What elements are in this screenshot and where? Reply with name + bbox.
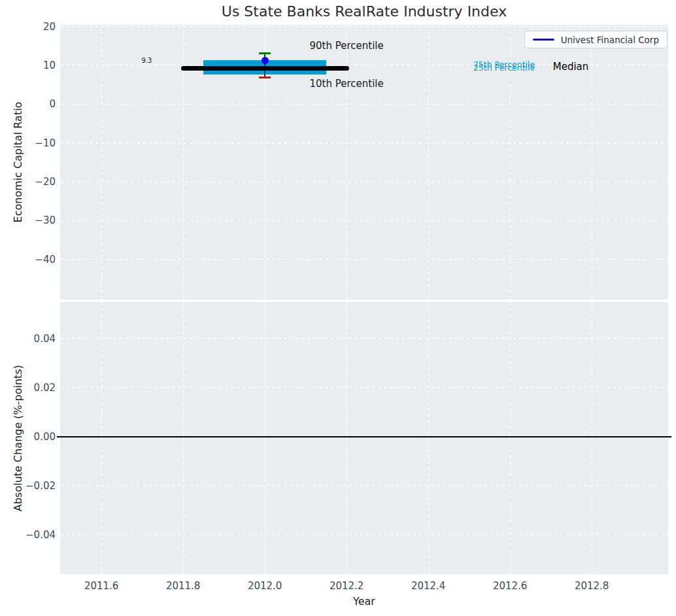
x-axis-label: Year (60, 595, 668, 607)
x-tick-label: 2011.6 (84, 580, 119, 592)
company-data-point (262, 57, 269, 64)
y-axis-label-top: Economic Capital Ratio (12, 102, 24, 223)
x-tick-label: 2012.0 (248, 580, 282, 592)
y-tick-label: 10 (0, 60, 56, 71)
y-tick-label: 0 (0, 98, 56, 110)
gridline-vertical (346, 302, 347, 574)
error-cap-10th-percentile (259, 77, 271, 78)
gridline-vertical (101, 25, 102, 299)
label-median: Median (553, 61, 589, 73)
label-90th-percentile: 90th Percentile (310, 40, 384, 51)
error-cap-90th-percentile (259, 52, 271, 54)
chart-title: Us State Banks RealRate Industry Index (60, 3, 668, 20)
y-tick-label: −0.02 (0, 480, 56, 492)
bottom-axes (60, 302, 668, 574)
gridline-vertical (592, 25, 592, 299)
y-tick-label: 0.00 (0, 431, 56, 443)
x-tick-label: 2011.8 (166, 580, 201, 592)
label-10th-percentile: 10th Percentile (310, 78, 384, 90)
gridline-horizontal (60, 104, 668, 105)
top-axes: 9.390th Percentile10th Percentile75th Pe… (60, 25, 668, 299)
gridline-horizontal (60, 259, 668, 260)
legend: Univest Financial Corp (524, 31, 668, 48)
label-25th-percentile: 25th Percentile (473, 64, 535, 73)
gridline-vertical (592, 302, 592, 574)
gridline-vertical (183, 302, 184, 574)
gridline-vertical (265, 302, 265, 574)
gridline-vertical (428, 302, 429, 574)
y-tick-label: 0.04 (0, 333, 56, 345)
gridline-horizontal (60, 143, 668, 143)
legend-line-sample (533, 39, 554, 41)
zero-change-line (57, 436, 671, 437)
gridline-horizontal (60, 387, 668, 388)
legend-label: Univest Financial Corp (561, 35, 659, 45)
y-tick-label: −20 (0, 176, 56, 188)
gridline-vertical (101, 302, 102, 574)
figure: Us State Banks RealRate Industry Index 9… (0, 0, 676, 616)
y-tick-label: −40 (0, 254, 56, 265)
x-tick-label: 2012.4 (411, 580, 446, 592)
y-tick-label: −30 (0, 214, 56, 226)
y-tick-label: −0.04 (0, 529, 56, 541)
gridline-horizontal (60, 26, 668, 27)
gridline-horizontal (60, 485, 668, 486)
gridline-vertical (428, 25, 429, 299)
gridline-horizontal (60, 338, 668, 339)
x-tick-label: 2012.2 (330, 580, 364, 592)
gridline-horizontal (60, 220, 668, 221)
gridline-vertical (510, 302, 511, 574)
gridline-horizontal (60, 182, 668, 182)
y-tick-label: −10 (0, 137, 56, 149)
x-tick-label: 2012.6 (493, 580, 528, 592)
x-tick-label: 2012.8 (575, 580, 609, 592)
gridline-horizontal (60, 534, 668, 535)
y-tick-label: 20 (0, 21, 56, 33)
y-tick-label: 0.02 (0, 382, 56, 394)
median-value-label: 9.3 (142, 57, 152, 64)
median-line (181, 66, 349, 71)
